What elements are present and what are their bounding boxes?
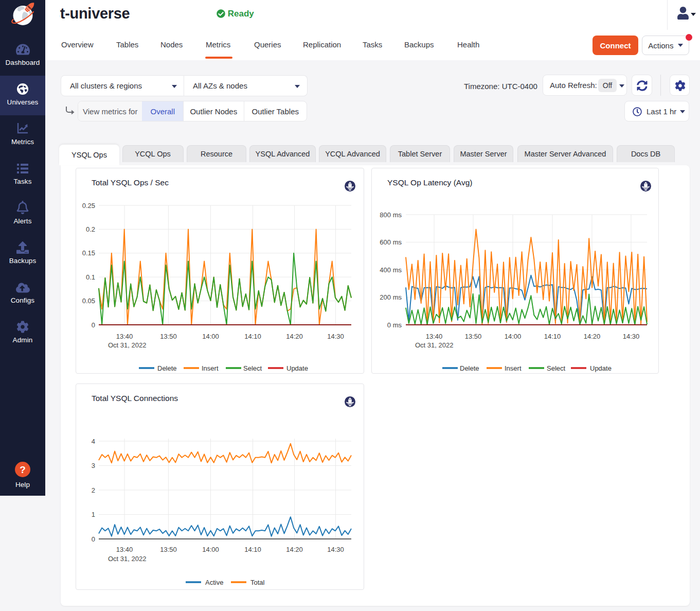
svg-text:14:30: 14:30 [623,333,640,340]
svg-text:13:40: 13:40 [116,333,133,340]
svg-text:14:00: 14:00 [202,546,219,553]
svg-text:14:20: 14:20 [286,333,303,340]
svg-text:Delete: Delete [460,364,479,372]
svg-text:14:00: 14:00 [202,333,219,340]
svg-text:Update: Update [286,364,308,372]
svg-text:14:20: 14:20 [584,333,601,340]
svg-text:0.25: 0.25 [82,202,95,210]
svg-text:14:30: 14:30 [327,546,344,553]
svg-text:14:10: 14:10 [244,546,261,553]
svg-text:?: ? [20,464,26,475]
svg-text:0 ms: 0 ms [387,321,402,329]
svg-text:0: 0 [92,535,95,543]
svg-text:Select: Select [547,364,566,372]
svg-text:200 ms: 200 ms [380,293,402,301]
svg-text:400 ms: 400 ms [380,266,402,274]
svg-text:14:10: 14:10 [244,333,261,340]
svg-text:14:10: 14:10 [544,333,561,340]
svg-text:Active: Active [205,579,223,586]
svg-text:800 ms: 800 ms [380,211,402,219]
svg-text:Oct 31, 2022: Oct 31, 2022 [415,341,453,349]
svg-text:600 ms: 600 ms [380,238,402,246]
svg-text:Insert: Insert [505,364,522,372]
svg-text:0.05: 0.05 [82,297,95,305]
svg-text:Total: Total [250,579,265,586]
svg-text:13:50: 13:50 [465,333,482,340]
svg-text:1: 1 [92,511,95,518]
svg-text:4: 4 [92,438,95,445]
svg-text:0.15: 0.15 [82,249,95,257]
svg-text:14:20: 14:20 [286,546,303,553]
svg-text:Delete: Delete [157,364,177,372]
svg-text:Oct 31, 2022: Oct 31, 2022 [108,341,146,349]
svg-text:Insert: Insert [202,364,219,372]
svg-text:14:30: 14:30 [327,333,344,340]
svg-text:13:50: 13:50 [160,546,177,553]
svg-text:13:40: 13:40 [116,546,133,553]
svg-text:Oct 31, 2022: Oct 31, 2022 [108,555,146,563]
svg-text:3: 3 [92,462,95,469]
svg-text:Select: Select [243,364,262,372]
svg-text:Update: Update [590,364,612,372]
svg-text:2: 2 [92,486,95,494]
svg-text:0.2: 0.2 [86,225,95,233]
svg-text:0: 0 [92,321,95,329]
svg-text:13:40: 13:40 [426,333,443,340]
svg-text:13:50: 13:50 [160,333,177,340]
svg-text:0.1: 0.1 [86,273,95,281]
svg-text:14:00: 14:00 [505,333,522,340]
